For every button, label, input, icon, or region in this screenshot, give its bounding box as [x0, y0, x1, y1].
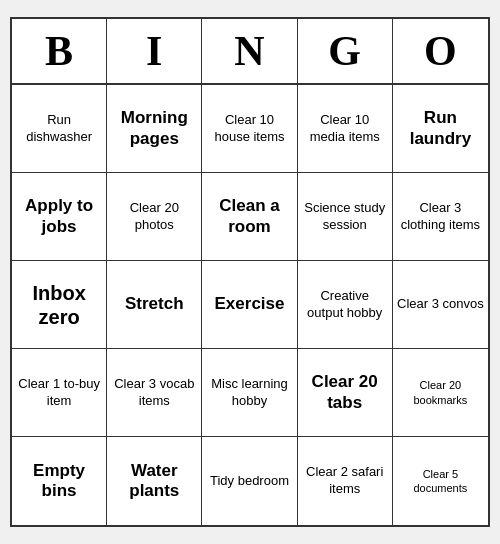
bingo-cell-14: Clear 3 convos [393, 261, 488, 349]
bingo-cell-4: Run laundry [393, 85, 488, 173]
bingo-letter-g: G [298, 19, 393, 83]
bingo-cell-1: Morning pages [107, 85, 202, 173]
bingo-cell-7: Clean a room [202, 173, 297, 261]
bingo-letter-b: B [12, 19, 107, 83]
bingo-cell-16: Clear 3 vocab items [107, 349, 202, 437]
bingo-cell-9: Clear 3 clothing items [393, 173, 488, 261]
bingo-cell-0: Run dishwasher [12, 85, 107, 173]
bingo-cell-13: Creative output hobby [298, 261, 393, 349]
bingo-cell-21: Water plants [107, 437, 202, 525]
bingo-cell-5: Apply to jobs [12, 173, 107, 261]
bingo-cell-3: Clear 10 media items [298, 85, 393, 173]
bingo-cell-22: Tidy bedroom [202, 437, 297, 525]
bingo-letter-n: N [202, 19, 297, 83]
bingo-cell-17: Misc learning hobby [202, 349, 297, 437]
bingo-cell-10: Inbox zero [12, 261, 107, 349]
bingo-cell-2: Clear 10 house items [202, 85, 297, 173]
bingo-grid: Run dishwasherMorning pagesClear 10 hous… [12, 85, 488, 525]
bingo-cell-24: Clear 5 documents [393, 437, 488, 525]
bingo-cell-15: Clear 1 to-buy item [12, 349, 107, 437]
bingo-letter-i: I [107, 19, 202, 83]
bingo-cell-8: Science study session [298, 173, 393, 261]
bingo-header: BINGO [12, 19, 488, 85]
bingo-cell-20: Empty bins [12, 437, 107, 525]
bingo-cell-23: Clear 2 safari items [298, 437, 393, 525]
bingo-card: BINGO Run dishwasherMorning pagesClear 1… [10, 17, 490, 527]
bingo-cell-11: Stretch [107, 261, 202, 349]
bingo-cell-18: Clear 20 tabs [298, 349, 393, 437]
bingo-cell-6: Clear 20 photos [107, 173, 202, 261]
bingo-cell-19: Clear 20 bookmarks [393, 349, 488, 437]
bingo-letter-o: O [393, 19, 488, 83]
bingo-cell-12: Exercise [202, 261, 297, 349]
